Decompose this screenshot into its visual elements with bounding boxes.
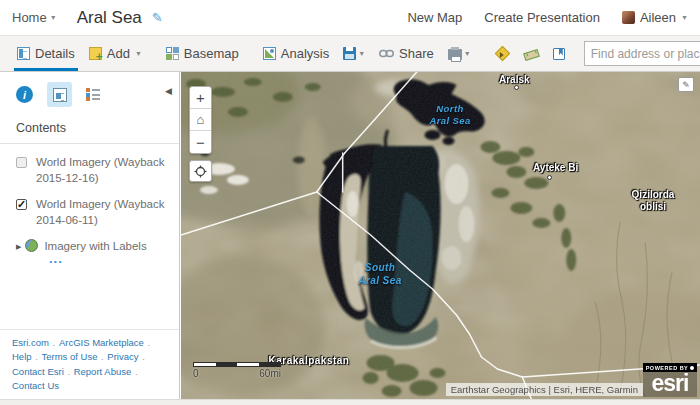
chevron-down-icon: ▼: [681, 14, 688, 21]
footer-separator: .: [65, 366, 73, 377]
footer-separator: .: [98, 351, 106, 362]
satellite-imagery: [181, 72, 700, 399]
create-presentation-link[interactable]: Create Presentation: [484, 10, 600, 25]
footer-links: Esri.com . ArcGIS Marketplace . Help . T…: [0, 329, 179, 395]
footer-separator: .: [145, 337, 150, 348]
chevron-down-icon: ▼: [135, 50, 142, 57]
esri-logo[interactable]: POWERED BY esri: [643, 363, 697, 397]
footer-link[interactable]: Esri.com: [12, 337, 49, 348]
find-my-location-button[interactable]: [189, 160, 212, 182]
top-bar: Home ▼ Aral Sea ✎ New Map Create Present…: [0, 0, 700, 35]
measure-button[interactable]: [517, 36, 546, 71]
layer-item: World Imagery (Wayback 2015-12-16): [0, 144, 179, 186]
zoom-in-button[interactable]: +: [190, 87, 211, 109]
search-box: [584, 41, 700, 66]
chevron-down-icon: ▼: [464, 50, 471, 57]
legend-tab[interactable]: [86, 87, 101, 102]
panel-tabs: i ◀: [0, 72, 179, 115]
user-name: Aileen: [640, 10, 676, 25]
new-map-link[interactable]: New Map: [407, 10, 462, 25]
details-icon: [17, 47, 30, 60]
directions-button[interactable]: [488, 36, 517, 71]
analysis-icon: [263, 47, 276, 60]
about-tab[interactable]: i: [16, 86, 33, 103]
footer-link[interactable]: Terms of Use: [41, 351, 97, 362]
bookmarks-button[interactable]: [546, 36, 572, 71]
content-tab[interactable]: [47, 82, 72, 107]
logo-dot: [690, 366, 694, 370]
content-icon: [53, 88, 67, 102]
layer-checkbox[interactable]: [16, 157, 27, 168]
add-icon: [89, 47, 102, 60]
chevron-down-icon: ▼: [50, 14, 57, 21]
footer-link[interactable]: Report Abuse: [74, 366, 132, 377]
contents-heading: Contents: [0, 115, 179, 143]
analysis-button[interactable]: Analysis: [256, 36, 336, 71]
print-button[interactable]: ▼: [441, 36, 478, 71]
scale-distance: 60mi: [259, 368, 281, 379]
footer-separator: .: [33, 351, 41, 362]
share-label: Share: [399, 46, 434, 61]
search-input[interactable]: [585, 47, 700, 61]
details-panel: i ◀ Contents World Imagery (Wayback 2015…: [0, 72, 180, 399]
analysis-label: Analysis: [281, 46, 329, 61]
footer-link[interactable]: Help: [12, 351, 32, 362]
map-attribution: Earthstar Geographics | Esri, HERE, Garm…: [446, 383, 643, 396]
avatar: [622, 11, 635, 24]
locate-icon: [194, 165, 207, 178]
home-extent-button[interactable]: ⌂: [190, 109, 211, 131]
layer-overflow-menu[interactable]: ...: [49, 255, 179, 263]
footer-link[interactable]: Contact Esri: [12, 366, 64, 377]
scale-bar: 0 60mi: [193, 362, 281, 379]
map-edit-icon[interactable]: ✎: [678, 77, 694, 92]
footer-link[interactable]: Contact Us: [12, 380, 59, 391]
add-label: Add: [107, 46, 130, 61]
basemap-label: Basemap: [184, 46, 239, 61]
chevron-down-icon: ▼: [358, 50, 365, 57]
layer-checkbox[interactable]: [16, 199, 27, 210]
top-right-nav: New Map Create Presentation Aileen ▼: [407, 10, 688, 25]
user-menu[interactable]: Aileen ▼: [622, 10, 688, 25]
globe-icon: [25, 239, 38, 252]
link-icon: [379, 49, 394, 58]
basemap-button[interactable]: Basemap: [159, 36, 246, 71]
print-icon: [448, 49, 462, 60]
add-button[interactable]: Add ▼: [82, 36, 149, 71]
footer-separator: .: [50, 337, 58, 348]
save-button[interactable]: ▼: [336, 36, 372, 71]
bookmarks-icon: [553, 48, 565, 60]
basemap-icon: [166, 47, 179, 60]
save-icon: [343, 47, 356, 60]
footer-separator: .: [132, 366, 137, 377]
page-bottom-strip: [0, 399, 700, 405]
details-label: Details: [35, 46, 75, 61]
home-label: Home: [12, 10, 47, 25]
share-button[interactable]: Share: [372, 36, 441, 71]
footer-link[interactable]: ArcGIS Marketplace: [59, 337, 144, 348]
scale-start: 0: [193, 368, 199, 379]
esri-wordmark: esri: [643, 372, 697, 397]
edit-title-icon[interactable]: ✎: [152, 10, 163, 25]
zoom-controls: + ⌂ −: [189, 86, 212, 154]
measure-icon: [523, 49, 540, 61]
expand-arrow-icon[interactable]: ▶: [16, 242, 21, 251]
details-button[interactable]: Details: [10, 36, 82, 71]
map-toolbar: Details Add ▼ Basemap Analysis ▼ Share ▼: [0, 35, 700, 72]
map-canvas[interactable]: Aralsk NorthAral Sea Ayteke Bi Qizilorda…: [181, 72, 700, 399]
page-title: Aral Sea: [77, 8, 142, 28]
layer-item: World Imagery (Wayback 2014-06-11): [0, 186, 179, 228]
collapse-panel-icon[interactable]: ◀: [165, 86, 172, 96]
arcgis-map-viewer: Home ▼ Aral Sea ✎ New Map Create Present…: [0, 0, 700, 405]
footer-separator: .: [140, 351, 145, 362]
layer-label[interactable]: World Imagery (Wayback 2014-06-11): [36, 197, 169, 228]
zoom-out-button[interactable]: −: [190, 131, 211, 153]
directions-icon: [494, 46, 510, 62]
layer-label[interactable]: World Imagery (Wayback 2015-12-16): [36, 155, 169, 186]
home-menu[interactable]: Home ▼: [12, 10, 57, 25]
footer-link[interactable]: Privacy: [107, 351, 138, 362]
layer-item: ▶ Imagery with Labels: [0, 228, 179, 255]
